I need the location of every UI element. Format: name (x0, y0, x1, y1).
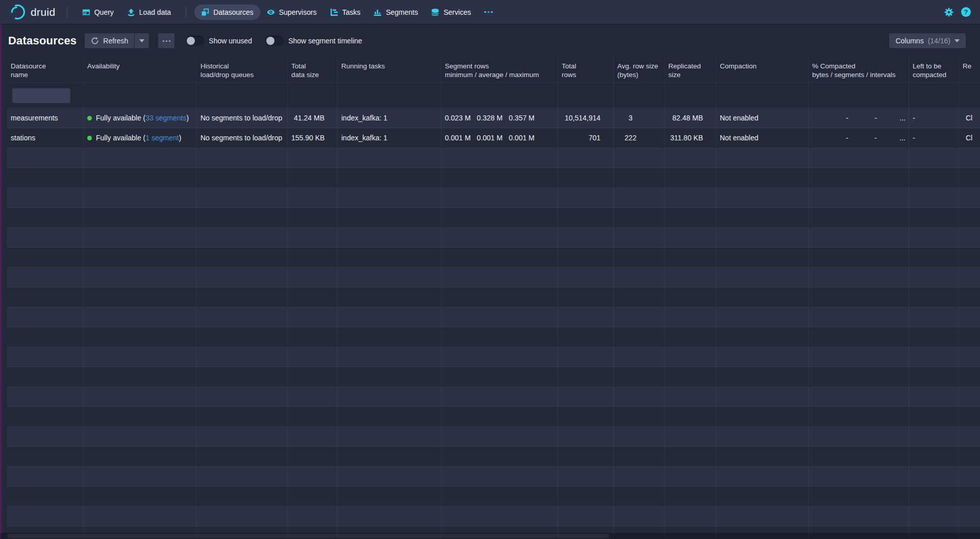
column-header-replicated-size[interactable]: Replicatedsize (665, 58, 716, 83)
bar-chart-icon (373, 8, 382, 16)
caret-down-icon (954, 39, 960, 42)
table-header-row: Datasourcename Availability Historicallo… (7, 58, 980, 83)
horizontal-scrollbar[interactable] (0, 533, 980, 539)
table-empty-row (7, 486, 980, 506)
table-pad-rows (7, 148, 980, 539)
column-header-pct-compacted[interactable]: % Compactedbytes / segments / intervals (809, 58, 909, 83)
cell-compaction[interactable]: Not enabled (716, 128, 809, 148)
datasource-filter-input[interactable] (12, 88, 70, 103)
druid-logo[interactable]: druid (7, 4, 59, 20)
refresh-label: Refresh (103, 37, 128, 45)
availability-status-dot (87, 136, 92, 140)
nav-item-services[interactable]: Services (424, 5, 478, 20)
cell-avg-row-size: 222 (614, 128, 665, 148)
table-empty-row (7, 148, 980, 168)
table-empty-row (7, 347, 980, 367)
column-header-left-to-compact[interactable]: Left to becompacted (909, 58, 959, 83)
table-empty-row (7, 168, 980, 188)
nav-item-load-data[interactable]: Load data (120, 5, 178, 20)
column-header-availability[interactable]: Availability (84, 58, 197, 83)
column-header-compaction[interactable]: Compaction (716, 58, 809, 83)
cell-total-data-size: 155.90 KB (288, 128, 338, 148)
nav-item-label: Tasks (342, 8, 361, 16)
cell-running-tasks: index_kafka: 1 (338, 128, 441, 148)
nav-item-label: Datasources (213, 8, 254, 16)
table-empty-row (7, 327, 980, 347)
nav-item-datasources[interactable]: Datasources (194, 5, 260, 20)
druid-logo-icon (10, 4, 26, 20)
cell-pct-compacted: --... (809, 108, 909, 128)
table-empty-row (7, 307, 980, 327)
nav-item-label: Segments (386, 8, 418, 16)
caret-down-icon (139, 39, 144, 42)
table-empty-row (7, 248, 980, 267)
column-header-avg-row-size[interactable]: Avg. row size(bytes) (614, 58, 665, 83)
column-header-total-data-size[interactable]: Totaldata size (288, 58, 338, 83)
segments-link[interactable]: 33 segments (145, 114, 186, 122)
show-unused-toggle[interactable]: Show unused (186, 36, 252, 46)
query-icon (82, 8, 90, 16)
nav-item-supervisors[interactable]: Supervisors (260, 5, 323, 20)
cell-retention[interactable]: Cl (959, 108, 980, 128)
window-edge (0, 24, 2, 539)
segments-link[interactable]: 1 segment (145, 134, 179, 142)
nav-item-label: Supervisors (279, 8, 317, 16)
table-empty-row (7, 387, 980, 407)
cell-replicated-size: 82.48 MB (665, 108, 716, 128)
gantt-chart-icon (330, 8, 338, 16)
cell-total-data-size: 41.24 MB (288, 108, 338, 128)
column-header-load-drop-queues[interactable]: Historicalload/drop queues (197, 58, 288, 83)
cell-avg-row-size: 3 (614, 108, 665, 128)
availability-status-dot (87, 116, 92, 120)
table-empty-row (7, 228, 980, 248)
nav-divider (186, 7, 186, 18)
gear-icon[interactable] (944, 8, 953, 17)
table-empty-row (7, 188, 980, 208)
toggle-knob (265, 36, 284, 46)
table-row: stations Fully available (1 segment) No … (7, 128, 980, 148)
nav-more-button[interactable] (478, 5, 499, 20)
more-actions-button[interactable] (158, 33, 174, 48)
scrollbar-thumb[interactable] (7, 534, 609, 538)
toggle-knob (186, 36, 204, 46)
nav-item-query[interactable]: Query (76, 5, 120, 20)
nav-item-label: Load data (139, 8, 171, 16)
column-header-segment-rows[interactable]: Segment rowsminimum / average / maximum (441, 58, 558, 83)
columns-dropdown-button[interactable]: Columns (14/16) (889, 33, 966, 48)
cell-replicated-size: 311.80 KB (665, 128, 716, 148)
cell-segment-rows: 0.001 M0.001 M0.001 M (441, 128, 558, 148)
show-segment-timeline-toggle[interactable]: Show segment timeline (265, 36, 362, 46)
upload-icon (127, 8, 135, 16)
cell-datasource-name: stations (7, 128, 84, 148)
column-header-datasource-name[interactable]: Datasourcename (7, 58, 84, 83)
more-icon (163, 40, 170, 42)
cell-compaction[interactable]: Not enabled (716, 108, 809, 128)
columns-count: (14/16) (928, 37, 950, 45)
cell-left-to-compact: - (909, 108, 959, 128)
table-empty-row (7, 367, 980, 387)
table-empty-row (7, 208, 980, 228)
cell-left-to-compact: - (909, 128, 959, 148)
page-title: Datasources (8, 34, 77, 47)
cell-load-drop-queues: No segments to load/drop (197, 108, 288, 128)
top-nav-bar: druid Query Load data Datasources (0, 0, 980, 24)
refresh-button[interactable]: Refresh (85, 33, 135, 48)
refresh-icon (91, 37, 99, 45)
column-header-retention[interactable]: Re (959, 58, 980, 83)
cell-segment-rows: 0.023 M0.328 M0.357 M (441, 108, 558, 128)
cell-retention[interactable]: Cl (959, 128, 980, 148)
refresh-interval-dropdown-button[interactable] (135, 33, 149, 48)
column-header-total-rows[interactable]: Totalrows (558, 58, 614, 83)
nav-divider (67, 7, 67, 18)
help-icon[interactable]: ? (961, 7, 971, 17)
nav-item-segments[interactable]: Segments (367, 5, 424, 20)
eye-icon (267, 8, 275, 16)
nav-item-tasks[interactable]: Tasks (323, 5, 367, 20)
cell-availability: Fully available (33 segments) (84, 108, 197, 128)
column-header-running-tasks[interactable]: Running tasks (338, 58, 441, 83)
table-row: measurements Fully available (33 segment… (7, 108, 980, 128)
cell-total-rows: 701 (558, 128, 614, 148)
cell-total-rows: 10,514,914 (558, 108, 614, 128)
datasources-icon (201, 8, 209, 16)
cell-datasource-name: measurements (7, 108, 84, 128)
